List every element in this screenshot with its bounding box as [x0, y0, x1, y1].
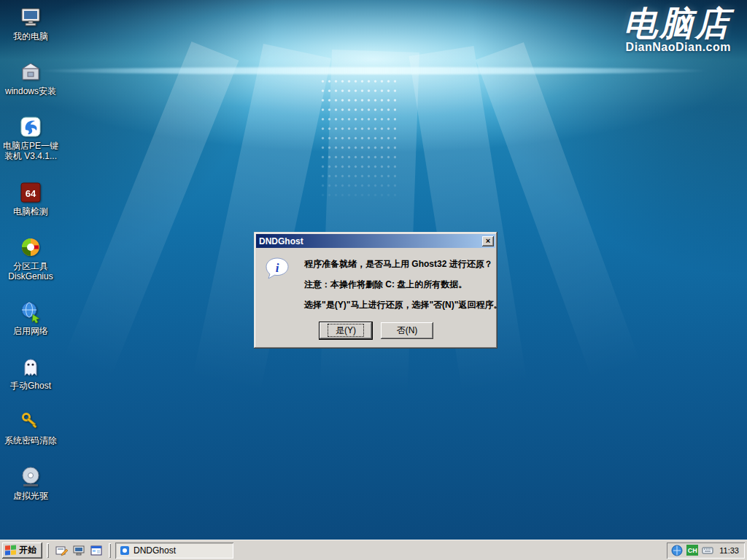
dndghost-task-icon [120, 545, 130, 556]
cd-disc-icon [19, 465, 42, 489]
icon-label: 系统密码清除 [4, 435, 57, 446]
icon-label: 我的电脑 [13, 31, 48, 42]
keyboard-tray-icon[interactable] [702, 545, 713, 556]
desktop-icon-diskgenius[interactable]: 分区工具 DiskGenius [1, 236, 60, 281]
dndghost-dialog: DNDGhost × i 程序准备就绪，是否马上用 Ghost32 进行还原？ … [254, 232, 498, 349]
system-tray: CH 11:33 [667, 542, 745, 559]
icon-label: 虚拟光驱 [13, 491, 48, 501]
desktop-icon-enable-network[interactable]: 启用网络 [1, 300, 60, 336]
desktop-icon-password-clear[interactable]: 系统密码清除 [1, 410, 60, 446]
desktop-icon-virtual-cdrom[interactable]: 虚拟光驱 [1, 465, 60, 501]
network-tray-icon[interactable] [671, 545, 683, 556]
show-desktop-icon[interactable] [55, 544, 68, 557]
diannaodian-logo: 电脑店 DianNaoDian.com [624, 6, 731, 54]
diskgenius-pie-icon [19, 236, 42, 259]
dialog-message: 程序准备就绪，是否马上用 Ghost32 进行还原？ 注意：本操作将删除 C: … [304, 257, 502, 319]
desktop-icon-column: 我的电脑 windows安装 电脑店PE一键装机 V3.4.1... 64 电脑… [1, 6, 60, 501]
water-surface-decoration [37, 67, 710, 74]
windows-logo-icon [5, 545, 16, 555]
desktop-icon-pe-installer[interactable]: 电脑店PE一键装机 V3.4.1... [1, 115, 60, 161]
info-icon: i [265, 257, 290, 281]
taskbar: 开始 DNDGhost CH 11:33 [0, 540, 747, 560]
icon-label: windows安装 [5, 86, 56, 96]
start-button[interactable]: 开始 [2, 542, 42, 559]
quick-launch-bar [53, 544, 104, 557]
no-button[interactable]: 否(N) [381, 322, 433, 339]
desktop-icon-windows-setup[interactable]: windows安装 [1, 61, 60, 96]
dialog-line-3: 选择"是(Y)"马上进行还原，选择"否(N)"返回程序。 [304, 299, 502, 311]
check-64-icon: 64 [19, 181, 42, 204]
tray-clock: 11:33 [717, 546, 739, 555]
close-icon[interactable]: × [482, 236, 494, 246]
desktop-icon-computer-check[interactable]: 64 电脑检测 [1, 181, 60, 217]
icon-label: 电脑检测 [13, 206, 48, 217]
ghost-icon [19, 355, 42, 378]
dialog-body: i 程序准备就绪，是否马上用 Ghost32 进行还原？ 注意：本操作将删除 C… [256, 248, 495, 346]
task-button-label: DNDGhost [133, 545, 176, 556]
toolbar-grip[interactable] [109, 543, 111, 558]
pe-swirl-icon [19, 115, 42, 139]
svg-text:64: 64 [26, 187, 36, 198]
icon-label: 启用网络 [13, 326, 48, 336]
svg-text:i: i [276, 261, 279, 275]
dialog-title: DNDGhost [259, 236, 482, 246]
keys-icon [19, 410, 42, 433]
icon-label: 手动Ghost [10, 381, 51, 391]
task-button-dndghost[interactable]: DNDGhost [115, 542, 233, 559]
brand-subtitle: DianNaoDian.com [624, 41, 731, 54]
yes-button[interactable]: 是(Y) [320, 322, 372, 339]
explorer-window-icon[interactable] [90, 544, 103, 557]
start-label: 开始 [19, 544, 36, 556]
my-computer-icon [19, 6, 42, 29]
installer-box-icon [19, 61, 42, 84]
network-globe-icon [19, 300, 42, 324]
language-indicator-badge[interactable]: CH [686, 545, 698, 556]
my-computer-quicklaunch-icon[interactable] [72, 544, 85, 557]
icon-label: 电脑店PE一键装机 V3.4.1... [2, 141, 59, 161]
bubbles-decoration [320, 77, 396, 211]
desktop-icon-manual-ghost[interactable]: 手动Ghost [1, 355, 60, 391]
brand-title: 电脑店 [624, 6, 731, 41]
desktop-background: 电脑店 DianNaoDian.com 我的电脑 windows安装 电脑店PE… [0, 0, 747, 540]
icon-label: 分区工具 DiskGenius [2, 261, 59, 281]
dialog-line-2: 注意：本操作将删除 C: 盘上的所有数据。 [304, 279, 502, 291]
dialog-line-1: 程序准备就绪，是否马上用 Ghost32 进行还原？ [304, 258, 502, 271]
desktop-icon-my-computer[interactable]: 我的电脑 [1, 6, 60, 42]
dialog-titlebar[interactable]: DNDGhost × [256, 234, 495, 248]
toolbar-grip[interactable] [47, 543, 49, 558]
